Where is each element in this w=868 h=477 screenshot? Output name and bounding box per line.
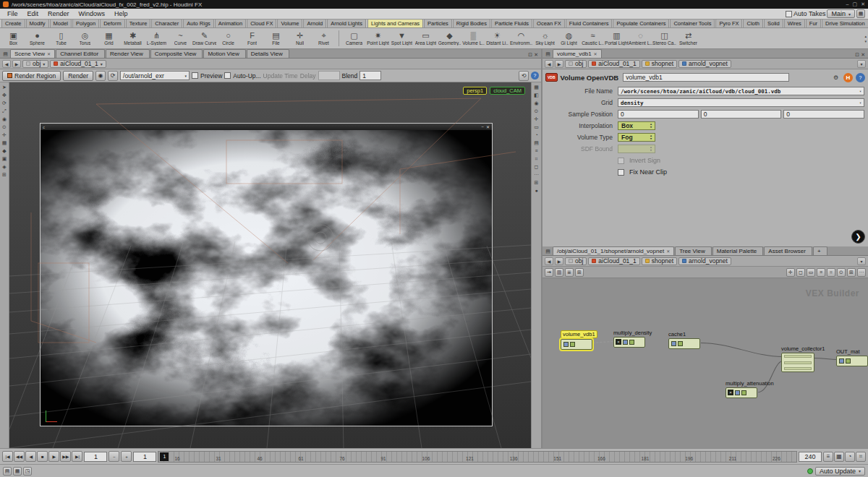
desktop-grid-icon[interactable]: ▦ xyxy=(856,9,865,18)
chevron-down-icon[interactable]: ▾ xyxy=(859,89,861,93)
shelf-tab[interactable]: Container Tools xyxy=(670,20,715,27)
pane-tab[interactable]: Motion View xyxy=(203,49,245,58)
shelf-tool[interactable]: ▦ Grid xyxy=(97,31,121,46)
shelf-tab[interactable]: Modify xyxy=(26,20,49,27)
pane-tab[interactable]: Render View xyxy=(106,49,150,58)
shelf-tool[interactable]: ▣ Box xyxy=(1,31,25,46)
shelf-tab[interactable]: Pyro FX xyxy=(715,20,742,27)
pane-tab[interactable]: Tree View xyxy=(675,246,712,255)
shelf-scroll-up-icon[interactable]: ▴ xyxy=(864,34,867,38)
playbar-option-icon[interactable]: ≡ xyxy=(823,452,833,462)
volume-type-dropdown[interactable]: Fog ▴▾ xyxy=(618,133,655,142)
sample-position-field[interactable]: 0 xyxy=(618,110,699,119)
shelf-tab[interactable]: Particle Fluids xyxy=(491,20,532,27)
shelf-tool[interactable]: ⌖ Rivet xyxy=(312,31,336,46)
sample-position-field[interactable]: 0 xyxy=(783,110,864,119)
network-toolbar-icon[interactable]: ⊞ xyxy=(575,268,584,277)
network-node[interactable]: multiply_density × xyxy=(613,329,651,348)
viewport-tool-icon[interactable]: ⊞ xyxy=(2,172,7,178)
close-icon[interactable]: ✕ xyxy=(47,51,51,56)
close-icon[interactable]: ✕ xyxy=(666,249,670,254)
shelf-tab[interactable]: Solid xyxy=(764,20,783,27)
close-icon[interactable]: ✕ xyxy=(594,51,597,56)
shelf-tool[interactable]: ◎ Torus xyxy=(73,31,97,46)
shelf-tab[interactable]: Volume xyxy=(277,20,302,27)
shelf-tab[interactable]: Fur xyxy=(806,20,821,27)
shelf-tool[interactable]: ☼ Sky Light xyxy=(533,31,557,46)
nav-back-icon[interactable]: ◀ xyxy=(2,60,11,68)
transport-button[interactable]: ▶▶ xyxy=(60,451,71,462)
frame-step-field[interactable]: 1 xyxy=(133,452,156,462)
viewport-display-icon[interactable]: ⋯ xyxy=(534,172,539,178)
pane-float-icon[interactable]: ⊡ xyxy=(855,52,859,58)
node-name-field[interactable]: volume_vdb1 xyxy=(623,73,789,82)
shelf-tab[interactable]: Character xyxy=(151,20,182,27)
viewport-tool-icon[interactable]: ⟳ xyxy=(2,100,7,106)
grid-field[interactable]: density ▾ xyxy=(618,98,864,107)
shelf-tool[interactable]: ✎ Draw Curve xyxy=(192,31,216,46)
menu-item[interactable]: Render xyxy=(43,9,74,18)
camera-icon[interactable]: ◉ xyxy=(95,71,106,81)
network-toolbar-icon[interactable]: ≡ xyxy=(817,268,825,277)
path-chip[interactable]: aiCloud_01_1 xyxy=(588,257,639,265)
viewport-tool-icon[interactable]: ◉ xyxy=(2,116,7,122)
nav-forward-icon[interactable]: ▶ xyxy=(555,60,563,68)
render-button[interactable]: Render xyxy=(63,71,93,81)
close-icon[interactable]: ✕ xyxy=(486,124,490,129)
shelf-tab[interactable]: Fluid Containers xyxy=(566,20,613,27)
viewport-canvas[interactable]: c − ✕ xyxy=(9,82,531,448)
nav-back-icon[interactable]: ◀ xyxy=(545,60,553,68)
shelf-tool[interactable]: ◠ Environm.. xyxy=(509,31,533,46)
viewport-tool-icon[interactable]: ⊙ xyxy=(2,124,7,130)
transport-button[interactable]: ■ xyxy=(37,451,48,462)
render-node-dropdown[interactable]: /out/arnold_exr ▾ xyxy=(120,71,190,80)
pane-tab[interactable]: + xyxy=(813,246,827,255)
shelf-tab[interactable]: Polygon xyxy=(72,20,99,27)
pane-close-icon[interactable]: ✕ xyxy=(861,52,865,58)
shelf-tool[interactable]: ▥ Portal Light xyxy=(605,31,629,46)
gear-icon[interactable]: ⚙ xyxy=(831,73,841,82)
current-frame-marker[interactable]: 1 xyxy=(160,452,169,461)
pane-tab[interactable]: /obj/aiCloud_01_1/shopnet/arnold_vopnet … xyxy=(553,246,674,255)
shelf-tab[interactable]: Rigid Bodies xyxy=(453,20,490,27)
persp-view-label[interactable]: persp1 xyxy=(463,87,487,95)
timeline[interactable]: 1 16314661769110612113615116618119621122… xyxy=(158,451,797,463)
shelf-tab[interactable]: Auto Rigs xyxy=(183,20,214,27)
viewport-display-icon[interactable]: ✛ xyxy=(535,116,539,122)
menu-item[interactable]: File xyxy=(3,9,22,18)
nav-forward-icon[interactable]: ▶ xyxy=(555,257,563,265)
shelf-tool[interactable]: ⇄ Switcher xyxy=(676,31,700,46)
window-minimize-icon[interactable]: – xyxy=(846,1,849,7)
pane-tab[interactable]: Scene View ✕ xyxy=(10,49,55,58)
viewport-display-icon[interactable]: ⊞ xyxy=(535,180,539,186)
shelf-tool[interactable]: ◆ Geometry.. xyxy=(438,31,461,46)
main-takes-dropdown[interactable]: Main ▾ xyxy=(827,9,855,18)
shelf-tool[interactable]: ~ Curve xyxy=(169,31,192,46)
auto-takes-checkbox[interactable] xyxy=(786,11,792,17)
viewport-display-icon[interactable]: ▭ xyxy=(534,124,539,130)
network-toolbar-icon[interactable]: ⇥ xyxy=(545,268,553,277)
sample-position-field[interactable]: 0 xyxy=(701,110,782,119)
network-toolbar-icon[interactable]: ▥ xyxy=(555,268,563,277)
viewport-tool-icon[interactable]: ✥ xyxy=(2,93,7,98)
network-node[interactable]: cache1 × xyxy=(668,330,706,349)
minimize-icon[interactable]: − xyxy=(481,124,484,129)
blend-field[interactable]: 1 xyxy=(359,71,381,80)
node-body[interactable]: × xyxy=(836,356,868,366)
frame-increment-button[interactable]: + xyxy=(121,451,132,462)
network-toolbar-icon[interactable]: ⊞ xyxy=(847,268,856,277)
network-toolbar-icon[interactable]: ✛ xyxy=(786,268,795,277)
shelf-tab[interactable]: Model xyxy=(50,20,72,27)
viewport-display-icon[interactable]: ● xyxy=(535,188,537,194)
status-icon[interactable]: ▦ xyxy=(13,467,22,476)
node-body[interactable]: × xyxy=(726,387,757,398)
network-toolbar-icon[interactable]: ▭ xyxy=(807,268,815,277)
shelf-tool[interactable]: ○ Circle xyxy=(216,31,240,46)
viewport-tool-icon[interactable]: ◈ xyxy=(2,164,6,170)
node-body[interactable]: × xyxy=(613,337,645,348)
shelf-tab[interactable]: Create xyxy=(1,20,25,27)
viewport-tool-icon[interactable]: ⤢ xyxy=(2,108,7,114)
pin-icon[interactable]: ▾ xyxy=(857,257,866,265)
menu-item[interactable]: Windows xyxy=(75,9,110,18)
path-chip[interactable]: arnold_vopnet xyxy=(678,257,731,265)
